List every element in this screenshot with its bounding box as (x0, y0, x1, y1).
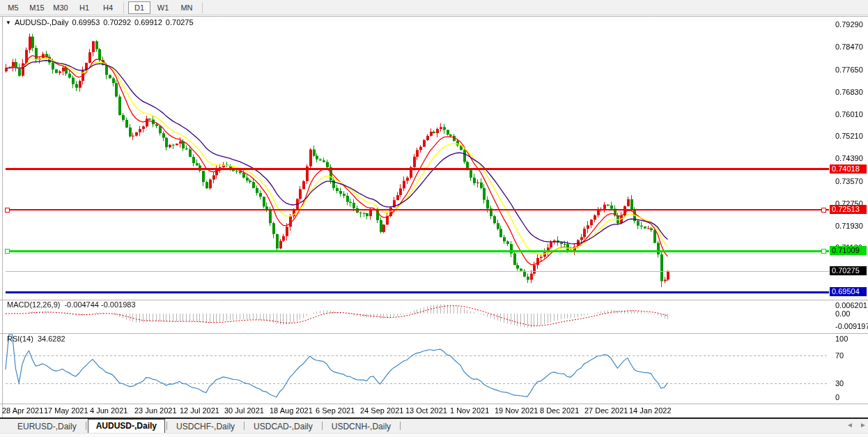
tab-audusd[interactable]: AUDUSD-,Daily (88, 419, 165, 433)
price-badge: 0.72513 (830, 205, 867, 214)
rsi-label: RSI(14) (7, 335, 33, 343)
date-axis-label: 18 Aug 2021 (270, 406, 313, 415)
tab-eurusd[interactable]: EURUSD-,Daily (10, 420, 84, 433)
ohlc-close: 0.70275 (166, 18, 194, 26)
chart-symbol-label: AUDUSD-,Daily (15, 18, 69, 26)
price-badge: 0.69504 (830, 287, 867, 296)
price-axis-tick: 0.76830 (835, 88, 863, 96)
date-axis-label: 17 May 2021 (44, 406, 88, 415)
macd-axis-tick: 0.006201 (835, 301, 867, 309)
price-axis-tick: 0.79290 (835, 20, 863, 29)
date-axis-label: 6 Sep 2021 (316, 406, 355, 415)
rsi-axis-tick: 70 (835, 351, 844, 360)
price-axis-tick: 0.74390 (835, 154, 863, 162)
date-axis-label: 30 Jul 2021 (224, 406, 264, 415)
date-axis-label: 4 Jun 2021 (90, 406, 127, 415)
date-axis-label: 8 Dec 2021 (540, 406, 579, 415)
price-badge: 0.71009 (830, 246, 867, 255)
timeframe-button-h1[interactable]: H1 (73, 1, 95, 14)
tab-usdchf[interactable]: USDCHF-,Daily (169, 420, 242, 433)
date-axis-label: 19 Nov 2021 (495, 406, 538, 415)
macd-label-row: MACD(12,26,9) -0.004744 -0.001983 (7, 300, 136, 309)
mt4-window: M5M15M30H1H4D1W1MN ▼ AUDUSD-,Daily 0.699… (0, 0, 868, 437)
ohlc-high: 0.70292 (103, 18, 131, 26)
timeframe-button-m30[interactable]: M30 (49, 1, 72, 14)
timeframe-button-mn[interactable]: MN (176, 1, 198, 14)
date-axis-label: 14 Jan 2022 (629, 406, 672, 415)
rsi-value: 34.6282 (38, 335, 65, 343)
ohlc-open: 0.69953 (72, 18, 100, 26)
rsi-axis-tick: 100 (835, 335, 848, 343)
price-badge: 0.70275 (830, 266, 867, 275)
rsi-label-row: RSI(14) 34.6282 (7, 335, 65, 343)
date-axis-label: 28 Apr 2021 (2, 406, 43, 415)
bottom-strip (0, 433, 868, 437)
price-axis-tick: 0.76010 (835, 110, 863, 118)
date-axis-label: 23 Jun 2021 (134, 406, 177, 415)
macd-values: -0.004744 -0.001983 (64, 300, 135, 309)
tab-separator (400, 422, 401, 430)
rsi-axis-tick: 0 (835, 393, 839, 401)
macd-axis-tick: 0.00 (835, 309, 850, 318)
price-axis-tick: 0.73570 (835, 177, 863, 185)
toolbar-separator (202, 2, 203, 13)
tab-scroll-right-icon[interactable]: ► (860, 421, 867, 429)
date-axis-label: 24 Sep 2021 (360, 406, 403, 415)
timeframe-button-w1[interactable]: W1 (152, 1, 174, 14)
price-axis-tick: 0.71930 (835, 222, 863, 230)
rsi-axis-tick: 30 (835, 379, 844, 388)
date-axis-label: 27 Dec 2021 (584, 406, 628, 415)
date-axis-label: 12 Jul 2021 (180, 406, 219, 415)
timeframe-button-m5[interactable]: M5 (2, 1, 24, 14)
date-axis-label: 13 Oct 2021 (405, 406, 447, 415)
tab-separator (166, 422, 167, 430)
tab-usdcad[interactable]: USDCAD-,Daily (246, 420, 320, 433)
tab-scroll-left-icon[interactable]: ◄ (846, 421, 853, 429)
symbol-dropdown-icon[interactable]: ▼ (6, 20, 11, 26)
chart-title: ▼ AUDUSD-,Daily 0.69953 0.70292 0.69912 … (6, 18, 194, 26)
tab-separator (244, 422, 245, 430)
timeframe-button-m15[interactable]: M15 (26, 1, 48, 14)
price-badge: 0.74018 (830, 164, 867, 174)
timeframe-button-h4[interactable]: H4 (97, 1, 119, 14)
price-chart-canvas[interactable] (0, 0, 868, 437)
tab-usdcnh[interactable]: USDCNH-,Daily (324, 420, 398, 433)
chart-tabs: EURUSD-,DailyAUDUSD-,DailyUSDCHF-,DailyU… (0, 419, 868, 433)
macd-label: MACD(12,26,9) (7, 300, 60, 309)
timeframe-button-d1[interactable]: D1 (128, 1, 150, 14)
price-axis-tick: 0.78470 (835, 43, 863, 51)
ohlc-low: 0.69912 (134, 18, 162, 26)
price-axis-tick: 0.77650 (835, 66, 863, 74)
toolbar-separator (123, 2, 124, 13)
price-axis-tick: 0.75210 (835, 132, 863, 140)
tab-separator (86, 422, 86, 430)
date-axis-label: 1 Nov 2021 (450, 406, 489, 415)
tab-separator (322, 422, 323, 430)
macd-axis-tick: -0.009197 (835, 322, 868, 330)
timeframe-toolbar: M5M15M30H1H4D1W1MN (0, 0, 868, 15)
